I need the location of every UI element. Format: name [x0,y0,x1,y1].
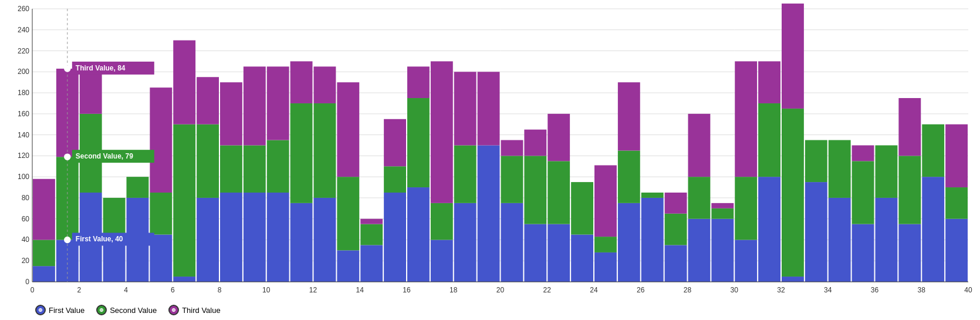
chart-container: ⊕ First Value ⊕ Second Value ⊕ Third Val… [0,0,980,320]
first-value-icon: ⊕ [35,305,46,315]
legend-second: ⊕ Second Value [96,305,157,315]
second-value-icon: ⊕ [96,305,107,315]
legend-first-label: First Value [49,306,85,315]
legend-third-label: Third Value [182,306,221,315]
legend-third: ⊕ Third Value [168,305,221,315]
third-value-icon: ⊕ [168,305,179,315]
chart-legend: ⊕ First Value ⊕ Second Value ⊕ Third Val… [35,305,221,315]
legend-first: ⊕ First Value [35,305,85,315]
legend-second-label: Second Value [110,306,157,315]
bar-chart [0,0,980,320]
